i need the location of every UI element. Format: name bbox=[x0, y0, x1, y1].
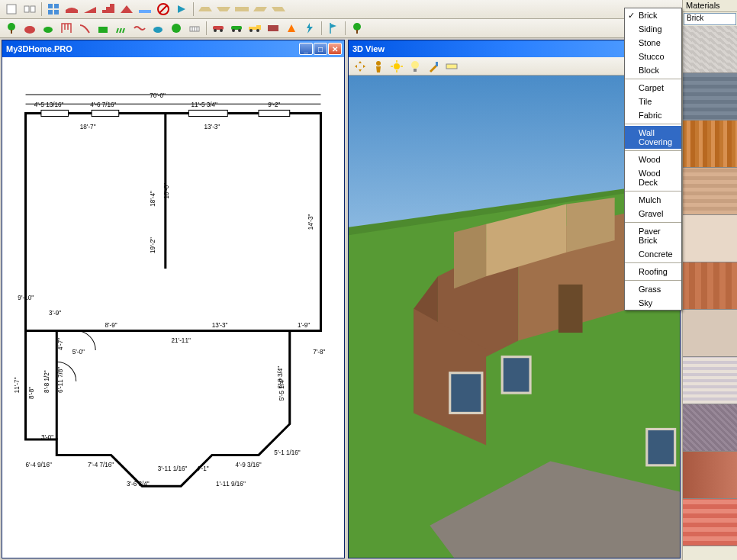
svg-text:8'-8 1/2": 8'-8 1/2" bbox=[43, 370, 50, 393]
svg-text:13'-3": 13'-3" bbox=[212, 322, 228, 329]
dropdown-item-roofing[interactable]: Roofing bbox=[625, 265, 681, 278]
material-swatch[interactable] bbox=[683, 452, 737, 499]
swing-icon[interactable] bbox=[58, 21, 75, 36]
pond-icon[interactable] bbox=[150, 21, 166, 36]
person-icon[interactable] bbox=[370, 59, 387, 74]
grid-icon[interactable] bbox=[45, 2, 62, 17]
material-swatch[interactable] bbox=[683, 26, 737, 73]
svg-rect-105 bbox=[502, 357, 530, 393]
svg-text:4'-5 13/16": 4'-5 13/16" bbox=[34, 101, 64, 108]
bulb-icon[interactable] bbox=[407, 59, 423, 74]
bridge-icon[interactable] bbox=[63, 2, 80, 17]
dropdown-item-carpet[interactable]: Carpet bbox=[625, 81, 681, 95]
dropdown-item-gravel[interactable]: Gravel bbox=[625, 207, 681, 220]
svg-text:3'-9": 3'-9" bbox=[49, 310, 61, 317]
svg-text:21'-11": 21'-11" bbox=[172, 337, 191, 344]
material-swatch[interactable] bbox=[683, 168, 737, 215]
roof-icon[interactable] bbox=[118, 2, 135, 17]
dropdown-item-stucco[interactable]: Stucco bbox=[625, 50, 681, 63]
arrow-icon[interactable] bbox=[173, 2, 190, 17]
tree-icon[interactable] bbox=[3, 21, 20, 36]
svg-rect-2 bbox=[31, 6, 35, 12]
dropdown-item-stone[interactable]: Stone bbox=[625, 36, 681, 50]
floorplan-canvas[interactable]: 70'-0" 4'-5 13/16" 4'-6 7/16" 11'-5 3/4"… bbox=[2, 57, 344, 558]
dropdown-item-siding[interactable]: Siding bbox=[625, 22, 681, 36]
dropdown-item-wood-deck[interactable]: Wood Deck bbox=[625, 166, 681, 189]
material-swatch[interactable] bbox=[683, 215, 737, 262]
dropdown-item-paver-brick[interactable]: Paver Brick bbox=[625, 224, 681, 247]
dropdown-item-fabric[interactable]: Fabric bbox=[625, 108, 681, 122]
material-swatch[interactable] bbox=[683, 262, 737, 310]
shape-icon[interactable] bbox=[215, 2, 232, 17]
brick-icon[interactable] bbox=[265, 21, 282, 36]
titlebar-2d[interactable]: My3DHome.PRO _ □ ✕ bbox=[2, 40, 344, 57]
shape-icon[interactable] bbox=[197, 2, 214, 17]
svg-text:19'-2": 19'-2" bbox=[150, 237, 156, 253]
svg-rect-91 bbox=[446, 64, 457, 69]
tool-btn[interactable] bbox=[3, 2, 20, 17]
dropdown-item-tile[interactable]: Tile bbox=[625, 95, 681, 108]
dropdown-item-concrete[interactable]: Concrete bbox=[625, 247, 681, 261]
sandbox-icon[interactable] bbox=[95, 21, 111, 36]
wave-icon[interactable] bbox=[131, 21, 148, 36]
grate-icon[interactable] bbox=[186, 21, 203, 36]
brush-icon[interactable] bbox=[425, 59, 442, 74]
svg-point-82 bbox=[376, 61, 381, 66]
material-swatch[interactable] bbox=[683, 357, 737, 404]
fence-icon[interactable] bbox=[113, 21, 130, 36]
sun-icon[interactable] bbox=[388, 59, 405, 74]
floor-icon[interactable] bbox=[137, 2, 153, 17]
close-button[interactable]: ✕ bbox=[328, 43, 342, 55]
material-swatch[interactable] bbox=[683, 121, 737, 168]
dropdown-item-grass[interactable]: Grass bbox=[625, 282, 681, 296]
stairs-icon[interactable] bbox=[100, 2, 117, 17]
material-swatch[interactable] bbox=[683, 499, 737, 546]
ball-icon[interactable] bbox=[168, 21, 185, 36]
shape-icon[interactable] bbox=[270, 2, 287, 17]
separator bbox=[41, 2, 42, 16]
svg-text:9'-2": 9'-2" bbox=[268, 101, 280, 108]
svg-text:3'-0": 3'-0" bbox=[41, 434, 53, 441]
materials-header: Materials bbox=[683, 0, 737, 12]
materials-panel: Materials Brick bbox=[682, 0, 737, 560]
plant-icon[interactable] bbox=[40, 21, 56, 36]
pan-icon[interactable] bbox=[352, 59, 368, 74]
svg-rect-90 bbox=[436, 62, 438, 66]
bush-icon[interactable] bbox=[21, 21, 38, 36]
svg-point-23 bbox=[214, 29, 217, 32]
tree2-icon[interactable] bbox=[349, 21, 365, 36]
svg-point-16 bbox=[153, 27, 163, 33]
minimize-button[interactable]: _ bbox=[299, 43, 313, 55]
svg-text:14'-3": 14'-3" bbox=[307, 214, 314, 230]
truck-icon[interactable] bbox=[246, 21, 263, 36]
material-swatch[interactable] bbox=[683, 310, 737, 357]
svg-text:70'-0": 70'-0" bbox=[150, 92, 166, 99]
svg-rect-32 bbox=[268, 25, 278, 31]
svg-point-24 bbox=[220, 29, 223, 32]
flag-icon[interactable] bbox=[325, 21, 342, 36]
shape-icon[interactable] bbox=[252, 2, 269, 17]
shape-icon[interactable] bbox=[233, 2, 250, 17]
ruler-icon[interactable] bbox=[443, 59, 460, 74]
materials-category-select[interactable]: Brick bbox=[684, 13, 736, 25]
dropdown-item-wall-covering[interactable]: Wall Covering bbox=[625, 126, 681, 149]
dropdown-item-sky[interactable]: Sky bbox=[625, 296, 681, 310]
dropdown-item-block[interactable]: Block bbox=[625, 63, 681, 77]
maximize-button[interactable]: □ bbox=[314, 43, 327, 55]
svg-text:6'-4 9/16": 6'-4 9/16" bbox=[26, 462, 52, 468]
dropdown-item-brick[interactable]: Brick bbox=[625, 8, 681, 22]
slide-icon[interactable] bbox=[76, 21, 93, 36]
no-entry-icon[interactable] bbox=[155, 2, 172, 17]
svg-text:7'-8": 7'-8" bbox=[313, 349, 325, 356]
svg-rect-29 bbox=[256, 25, 261, 30]
material-swatch[interactable] bbox=[683, 73, 737, 121]
cone-icon[interactable] bbox=[283, 21, 300, 36]
car2-icon[interactable] bbox=[228, 21, 245, 36]
car-icon[interactable] bbox=[210, 21, 227, 36]
slope-icon[interactable] bbox=[82, 2, 98, 17]
bolt-icon[interactable] bbox=[301, 21, 318, 36]
dropdown-item-wood[interactable]: Wood bbox=[625, 153, 681, 166]
dropdown-item-mulch[interactable]: Mulch bbox=[625, 193, 681, 207]
material-swatch[interactable] bbox=[683, 404, 737, 452]
tool-btn[interactable] bbox=[21, 2, 38, 17]
